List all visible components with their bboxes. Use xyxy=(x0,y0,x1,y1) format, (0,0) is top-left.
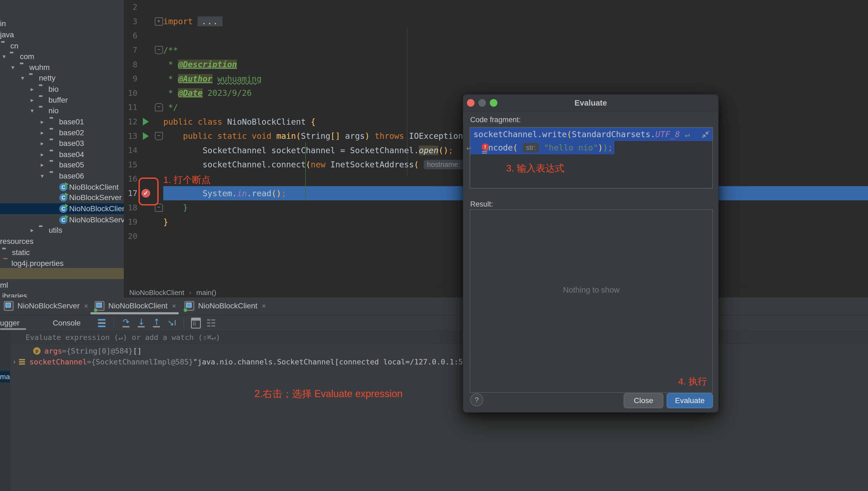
tree-chevron-icon[interactable]: ▾ xyxy=(29,107,36,114)
frames-pane[interactable]: mai xyxy=(0,331,10,491)
tree-chevron-icon[interactable]: ▸ xyxy=(39,140,46,147)
help-button[interactable]: ? xyxy=(470,393,483,406)
tree-item-label: java xyxy=(0,30,14,39)
fold-marker-icon[interactable]: − xyxy=(155,103,163,111)
tree-chevron-icon[interactable]: ▸ xyxy=(39,162,46,169)
tree-item-label: buffer xyxy=(49,96,68,105)
close-tab-icon[interactable]: × xyxy=(172,302,176,310)
editor-tab-NioNoBlockClient[interactable]: NioNoBlockClient× xyxy=(95,297,176,314)
tree-item-resources[interactable]: resources xyxy=(0,236,124,247)
tree-chevron-icon[interactable]: ▸ xyxy=(39,151,46,158)
tree-item-cn[interactable]: cn xyxy=(0,40,124,52)
code-token: @Description xyxy=(178,60,237,69)
step-out-icon[interactable]: ↑ xyxy=(151,318,162,328)
tree-chevron-icon[interactable]: ▾ xyxy=(19,75,26,82)
tree-item-label: base01 xyxy=(59,118,84,126)
run-to-cursor-icon[interactable]: ↘I xyxy=(166,318,177,328)
close-tab-icon[interactable]: × xyxy=(84,302,88,310)
tree-chevron-icon[interactable]: ▸ xyxy=(39,118,46,125)
variable-name[interactable]: args xyxy=(44,347,62,355)
tree-item-base04[interactable]: ▸base04 xyxy=(0,149,124,160)
tree-item-NioBlockClient[interactable]: CNioBlockClient xyxy=(0,182,124,193)
code-line-6[interactable]: 6 xyxy=(124,29,868,43)
breadcrumb-file[interactable]: NioNoBlockClient xyxy=(129,289,184,297)
line-number: 8 xyxy=(124,60,138,69)
fragment-code-line[interactable]: socketChannel.write(StandardCharsets.UTF… xyxy=(470,128,712,141)
tree-chevron-icon[interactable]: ▾ xyxy=(39,173,46,180)
tree-item-utils[interactable]: ▸utils xyxy=(0,225,124,236)
code-token: public static void xyxy=(183,131,276,141)
tree-item-com[interactable]: ▾com xyxy=(0,51,124,62)
project-tree[interactable]: injavacn▾com▾wuhm▾netty▸bio▸buffer▾nio▸b… xyxy=(0,0,124,297)
dialog-titlebar[interactable]: Evaluate xyxy=(463,94,718,112)
package-folder-icon xyxy=(50,162,58,169)
layout-settings-icon[interactable] xyxy=(96,318,107,328)
tree-item-NioNoBlockClient[interactable]: CNioNoBlockClient xyxy=(0,203,124,214)
close-button[interactable]: Close xyxy=(624,393,663,408)
tree-chevron-icon[interactable]: ▸ xyxy=(29,86,36,93)
tree-item-wuhm[interactable]: ▾wuhm xyxy=(0,62,124,73)
tree-item-log4j.properties[interactable]: log4j.properties xyxy=(0,258,124,269)
code-line-9[interactable]: 9 * @Author wuhuaming xyxy=(124,71,868,86)
more-options-icon[interactable] xyxy=(206,318,217,328)
run-arrow-icon[interactable] xyxy=(143,132,149,140)
line-number: 20 xyxy=(124,232,138,241)
variable-name[interactable]: socketChannel xyxy=(29,358,87,366)
step-into-icon[interactable]: ↓ xyxy=(136,318,147,328)
tree-item-in[interactable]: in xyxy=(0,18,124,29)
tree-item-base01[interactable]: ▸base01 xyxy=(0,116,124,127)
tree-chevron-icon[interactable]: ▸ xyxy=(29,227,36,234)
code-token xyxy=(539,143,544,152)
tree-chevron-icon[interactable]: ▾ xyxy=(1,53,8,60)
tree-item-bio[interactable]: ▸bio xyxy=(0,84,124,95)
fragment-code-line[interactable]: encode( str: "hello nio")); xyxy=(470,141,712,154)
code-line-2[interactable]: 2 xyxy=(124,0,868,15)
breadcrumb-method[interactable]: main() xyxy=(196,289,216,297)
frame-main[interactable]: mai xyxy=(0,371,10,382)
evaluate-expression-icon[interactable] xyxy=(190,318,201,328)
watch-placeholder: Evaluate expression (↵) or add a watch (… xyxy=(26,333,220,342)
tree-item-base03[interactable]: ▸base03 xyxy=(0,138,124,149)
tree-item-static[interactable]: static xyxy=(0,247,124,258)
fold-marker-icon[interactable]: + xyxy=(155,18,163,26)
editor-tab-NioNoBlockClient[interactable]: NioNoBlockClient× xyxy=(184,297,266,314)
variable-row-socketchannel[interactable]: › socketChannel = {SocketChannelImpl@585… xyxy=(10,356,868,367)
tree-item-buffer[interactable]: ▸buffer xyxy=(0,95,124,106)
tree-item-ml[interactable]: ml xyxy=(0,280,124,291)
tab-console[interactable]: Console xyxy=(53,319,81,327)
tab-debugger[interactable]: ugger xyxy=(0,319,20,327)
close-tab-icon[interactable]: × xyxy=(262,302,266,310)
code-line-3[interactable]: 3+import ... xyxy=(124,15,868,29)
evaluate-expression-input[interactable]: Evaluate expression (↵) or add a watch (… xyxy=(10,331,868,344)
tree-item-netty[interactable]: ▾netty xyxy=(0,73,124,84)
fold-marker-icon[interactable]: − xyxy=(155,132,163,140)
tree-item-java[interactable]: java xyxy=(0,29,124,40)
tree-row-highlight[interactable] xyxy=(0,268,124,279)
code-fragment-editor[interactable]: socketChannel.write(StandardCharsets.UTF… xyxy=(470,127,713,189)
tree-item-NioNoBlockServer[interactable]: CNioNoBlockServer xyxy=(0,214,124,225)
fold-marker-icon[interactable]: − xyxy=(155,46,163,54)
evaluate-button[interactable]: Evaluate xyxy=(667,393,713,408)
tree-item-base02[interactable]: ▸base02 xyxy=(0,127,124,138)
tree-chevron-icon[interactable]: ▾ xyxy=(9,64,16,71)
tree-item-base05[interactable]: ▸base05 xyxy=(0,160,124,170)
editor-tab-NioNoBlockServer[interactable]: NioNoBlockServer× xyxy=(4,297,88,314)
tree-item-label: bio xyxy=(49,85,59,94)
code-line-7[interactable]: 7−/** xyxy=(124,43,868,57)
tree-chevron-icon[interactable]: ▸ xyxy=(29,97,36,104)
line-number: 13 xyxy=(124,132,138,141)
expand-chevron-icon[interactable]: › xyxy=(10,358,19,366)
tree-item-NioBlockServer[interactable]: CNioBlockServer xyxy=(0,192,124,203)
run-arrow-icon[interactable] xyxy=(143,118,149,125)
step-over-icon[interactable]: ↷ xyxy=(121,318,131,328)
tree-item-nio[interactable]: ▾nio xyxy=(0,105,124,116)
code-line-8[interactable]: 8 * @Description xyxy=(124,57,868,71)
collapse-icon[interactable] xyxy=(701,131,710,139)
tree-chevron-icon[interactable]: ▸ xyxy=(39,129,46,136)
line-number: 17 xyxy=(124,189,138,198)
tree-item-base06[interactable]: ▾base06 xyxy=(0,171,124,181)
properties-file-icon xyxy=(2,260,11,267)
value-icon xyxy=(19,358,26,366)
variable-row-args[interactable]: p args = {String[0]@584} [] xyxy=(10,345,868,356)
tree-item-label: ml xyxy=(0,281,8,290)
